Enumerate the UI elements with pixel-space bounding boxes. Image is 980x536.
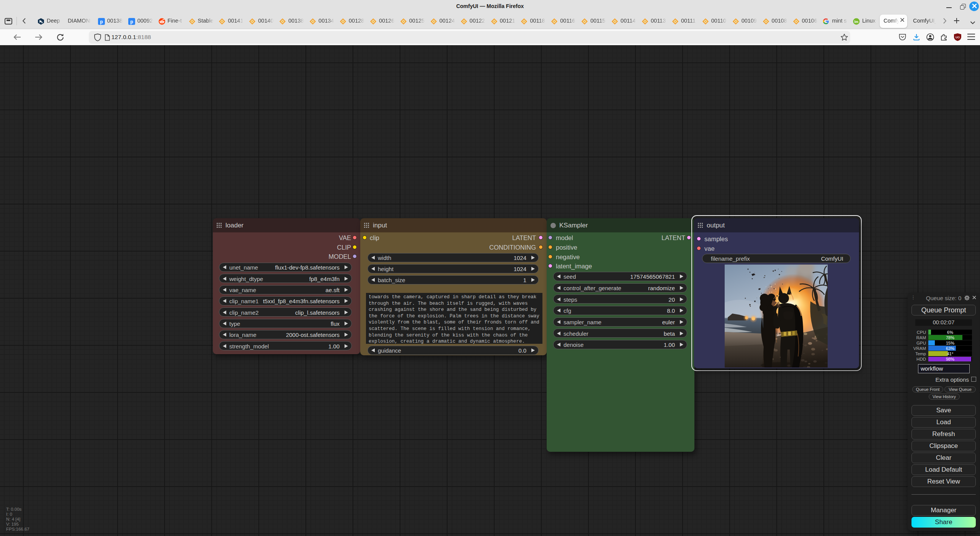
svg-text:lm: lm [854,20,859,24]
svg-text:p: p [100,19,103,25]
svg-text:UO: UO [956,36,960,39]
svg-text:p: p [130,19,133,25]
